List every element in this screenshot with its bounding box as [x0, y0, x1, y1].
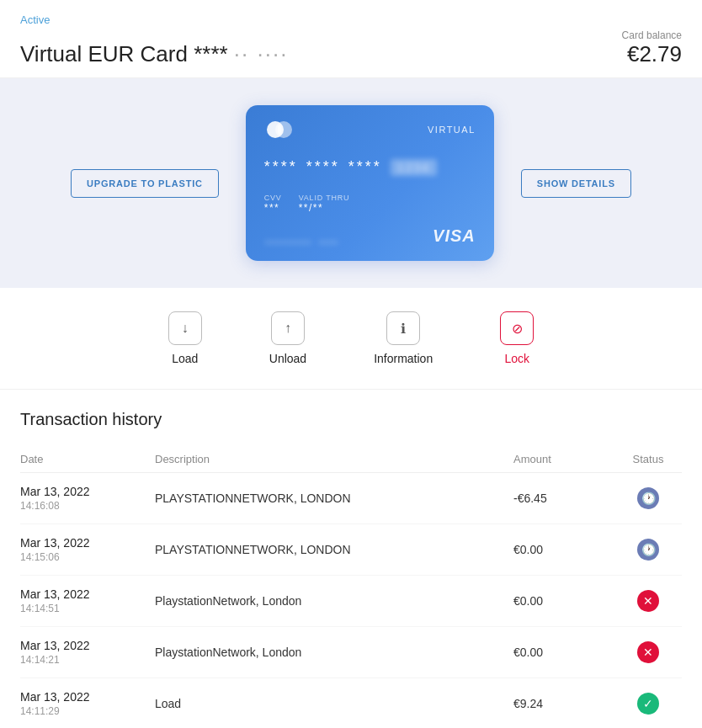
balance-label: Card balance: [622, 29, 682, 41]
date-main: Mar 13, 2022: [20, 639, 155, 652]
description-cell: Load: [155, 697, 513, 710]
cvv-value: ***: [264, 202, 282, 214]
unload-button[interactable]: ↑ Unload: [269, 311, 306, 365]
date-main: Mar 13, 2022: [20, 690, 155, 704]
card-number-group-2: ****: [306, 158, 340, 176]
status-cell: ✕: [614, 590, 682, 612]
table-row: Mar 13, 2022 14:14:51 PlaystationNetwork…: [20, 576, 682, 627]
amount-cell: €0.00: [513, 543, 614, 556]
load-icon: ↓: [168, 311, 202, 345]
status-icon-success: ✓: [637, 693, 659, 715]
virtual-card: VIRTUAL **** **** **** 1234 CVV *** VALI…: [246, 105, 494, 261]
information-icon: ℹ: [386, 311, 420, 345]
card-holder-blurred: [264, 236, 338, 246]
card-masked-number: ·· ····: [234, 41, 289, 66]
table-header: Date Description Amount Status: [20, 446, 682, 473]
status-icon-error: ✕: [637, 590, 659, 612]
col-amount: Amount: [513, 453, 614, 465]
header-section: Active Virtual EUR Card **** ·· ···· Car…: [0, 0, 702, 78]
description-cell: PlaystationNetwork, London: [155, 594, 513, 608]
card-cvv-field: CVV ***: [264, 194, 282, 214]
date-time: 14:14:51: [20, 603, 155, 614]
status-icon-pending: 🕐: [637, 487, 659, 509]
date-cell: Mar 13, 2022 14:11:29: [20, 690, 155, 717]
transaction-section: Transaction history Date Description Amo…: [0, 390, 702, 728]
date-main: Mar 13, 2022: [20, 587, 155, 601]
card-details-row: CVV *** VALID THRU **/**: [264, 194, 476, 214]
cvv-label: CVV: [264, 194, 282, 202]
card-area: UPGRADE TO PLASTIC VIRTUAL **** **** ***…: [0, 78, 702, 288]
lock-icon: ⊘: [500, 311, 534, 345]
date-time: 14:14:21: [20, 654, 155, 666]
table-row: Mar 13, 2022 14:11:29 Load €9.24 ✓: [20, 678, 682, 728]
status-cell: 🕐: [614, 539, 682, 561]
valid-thru-value: **/**: [299, 202, 350, 214]
card-number-group-1: ****: [264, 158, 298, 176]
information-label: Information: [374, 352, 433, 365]
lock-label: Lock: [504, 352, 529, 365]
load-button[interactable]: ↓ Load: [168, 311, 202, 365]
transaction-history-title: Transaction history: [20, 410, 682, 429]
card-number-group-3: ****: [348, 158, 382, 176]
card-number-row: **** **** **** 1234: [264, 158, 476, 176]
col-description: Description: [155, 453, 513, 465]
amount-cell: €9.24: [513, 697, 614, 710]
card-top-row: VIRTUAL: [264, 120, 476, 139]
amount-cell: €0.00: [513, 646, 614, 659]
card-logo: [264, 120, 295, 139]
actions-row: ↓ Load ↑ Unload ℹ Information ⊘ Lock: [0, 288, 702, 390]
card-brand-logo-icon: [264, 120, 295, 139]
status-cell: ✓: [614, 693, 682, 715]
table-row: Mar 13, 2022 14:14:21 PlaystationNetwork…: [20, 627, 682, 678]
status-icon-error: ✕: [637, 641, 659, 663]
status-badge: Active: [20, 13, 682, 26]
date-cell: Mar 13, 2022 14:14:21: [20, 639, 155, 666]
table-row: Mar 13, 2022 14:16:08 PLAYSTATIONNETWORK…: [20, 473, 682, 524]
card-title: Virtual EUR Card **** ·· ····: [20, 41, 288, 67]
header-row: Virtual EUR Card **** ·· ···· Card balan…: [20, 29, 682, 67]
lock-button[interactable]: ⊘ Lock: [500, 311, 534, 365]
unload-label: Unload: [269, 352, 306, 365]
date-cell: Mar 13, 2022 14:14:51: [20, 587, 155, 614]
card-title-text: Virtual EUR Card ****: [20, 41, 228, 66]
date-main: Mar 13, 2022: [20, 485, 155, 498]
date-cell: Mar 13, 2022 14:16:08: [20, 485, 155, 512]
card-last4-blurred: 1234: [391, 159, 437, 176]
col-status: Status: [614, 453, 682, 465]
unload-icon: ↑: [271, 311, 305, 345]
card-validthru-field: VALID THRU **/**: [299, 194, 350, 214]
description-cell: PLAYSTATIONNETWORK, LONDON: [155, 492, 513, 505]
upgrade-to-plastic-button[interactable]: UPGRADE TO PLASTIC: [71, 169, 219, 198]
load-label: Load: [172, 352, 198, 365]
status-cell: 🕐: [614, 487, 682, 509]
valid-thru-label: VALID THRU: [299, 194, 350, 202]
date-time: 14:11:29: [20, 705, 155, 717]
description-cell: PLAYSTATIONNETWORK, LONDON: [155, 543, 513, 556]
balance-section: Card balance €2.79: [622, 29, 682, 67]
date-cell: Mar 13, 2022 14:15:06: [20, 536, 155, 563]
visa-logo: VISA: [433, 226, 476, 246]
date-time: 14:15:06: [20, 551, 155, 563]
card-virtual-label: VIRTUAL: [428, 125, 476, 135]
col-date: Date: [20, 453, 155, 465]
date-time: 14:16:08: [20, 500, 155, 512]
amount-cell: €0.00: [513, 594, 614, 608]
card-bottom-row: VISA: [264, 226, 476, 246]
date-main: Mar 13, 2022: [20, 536, 155, 550]
status-cell: ✕: [614, 641, 682, 663]
amount-cell: -€6.45: [513, 492, 614, 505]
balance-amount: €2.79: [622, 41, 682, 67]
information-button[interactable]: ℹ Information: [374, 311, 433, 365]
show-details-button[interactable]: SHOW DETAILS: [521, 169, 631, 198]
status-icon-pending: 🕐: [637, 539, 659, 561]
description-cell: PlaystationNetwork, London: [155, 646, 513, 659]
table-row: Mar 13, 2022 14:15:06 PLAYSTATIONNETWORK…: [20, 524, 682, 576]
